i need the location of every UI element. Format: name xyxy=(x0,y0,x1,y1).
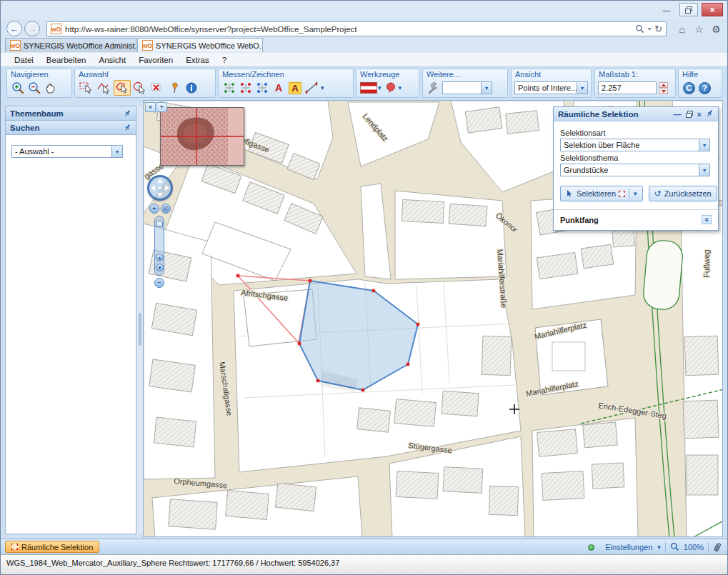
browser-forward-button[interactable]: → xyxy=(24,21,40,36)
copyright-button[interactable]: C xyxy=(683,82,695,94)
dropdown-caret-icon[interactable]: ▾ xyxy=(634,190,637,197)
sidebar-splitter[interactable] xyxy=(137,106,143,534)
pan-south-icon[interactable] xyxy=(157,193,163,197)
select-polygon-tool[interactable] xyxy=(114,80,131,96)
zuruecksetzen-button[interactable]: ↺ Zurücksetzen xyxy=(649,186,717,201)
panel-pin-icon[interactable] xyxy=(706,109,714,119)
window-restore-button[interactable] xyxy=(679,3,698,16)
spinner-down-icon[interactable] xyxy=(659,89,668,94)
measure-point-blue-tool[interactable] xyxy=(254,80,270,96)
search-select-dropdown[interactable]: - Auswahl - ▾ xyxy=(11,145,123,158)
dropdown-caret-icon[interactable]: ▾ xyxy=(577,82,587,94)
menu-bearbeiten[interactable]: Bearbeiten xyxy=(40,54,93,66)
group-label: Werkzeuge xyxy=(356,69,419,79)
panel-header-suchen[interactable]: Suchen xyxy=(6,121,136,135)
pan-hand-tool[interactable] xyxy=(43,80,59,96)
zoom-in-button[interactable]: + xyxy=(149,204,159,214)
search-dropdown-caret-icon[interactable]: ▾ xyxy=(648,26,651,32)
expand-chevron-icon[interactable]: » xyxy=(702,215,712,224)
browser-back-button[interactable]: ← xyxy=(6,21,22,36)
measure-point-red-tool[interactable] xyxy=(238,80,254,96)
selektionsthema-dropdown[interactable]: Grundstücke ▾ xyxy=(560,164,710,176)
paperclip-icon[interactable] xyxy=(713,541,722,552)
pan-center-icon[interactable] xyxy=(159,186,161,189)
url-text[interactable]: http://w-ws-rainer:8080/WebOffice/synser… xyxy=(65,25,632,34)
window-minimize-button[interactable]: — xyxy=(657,3,676,16)
annotation-highlight-tool[interactable]: A xyxy=(287,80,303,96)
spinner-up-icon[interactable] xyxy=(659,82,668,88)
select-line-tool[interactable] xyxy=(96,80,113,96)
menu-extras[interactable]: Extras xyxy=(179,54,216,66)
panel-header-themenbaum[interactable]: Themenbaum xyxy=(6,106,136,121)
select-rectangle-tool[interactable] xyxy=(78,80,95,96)
weitere-dropdown[interactable]: ▾ xyxy=(442,81,492,94)
redlining-balloon-tool[interactable]: ▾ xyxy=(383,80,403,96)
refresh-icon[interactable]: ↻ xyxy=(654,24,662,34)
zoom-slider[interactable]: ▴ ▾ xyxy=(154,216,164,276)
dropdown-caret-icon[interactable]: ▾ xyxy=(321,84,324,91)
selektieren-button[interactable]: Selektieren ▾ xyxy=(560,186,643,201)
clear-selection-tool[interactable] xyxy=(149,80,166,96)
scale-input[interactable] xyxy=(598,81,657,94)
settings-gear-icon[interactable]: ⚙ xyxy=(708,21,724,36)
overview-map[interactable] xyxy=(160,107,244,166)
zoom-level-value[interactable]: 100% xyxy=(684,543,704,551)
map-area[interactable]: Josefigasse gasse Lendplatz Afritschgass… xyxy=(143,100,723,537)
overview-move-button[interactable]: + xyxy=(156,102,167,112)
identify-pin-tool[interactable] xyxy=(167,80,183,96)
measure-point-green-tool[interactable] xyxy=(221,80,237,96)
zoom-out-button[interactable]: − xyxy=(154,278,164,288)
measure-dimension-tool[interactable]: ▾ xyxy=(304,80,325,96)
pan-east-icon[interactable] xyxy=(165,185,169,191)
dropdown-caret-icon[interactable]: ▾ xyxy=(699,139,709,151)
home-icon[interactable]: ⌂ xyxy=(674,21,690,36)
dropdown-caret-icon[interactable]: ▾ xyxy=(399,84,402,91)
selection-rect-icon xyxy=(619,191,625,197)
zoom-step-up-button[interactable]: ▴ xyxy=(156,254,164,261)
zoom-magnifier-icon[interactable] xyxy=(670,542,679,551)
pan-west-icon[interactable] xyxy=(151,185,155,191)
tab-weboffice-client[interactable]: wO SYNERGIS WebOffice WebO... × xyxy=(137,38,263,52)
pan-north-icon[interactable] xyxy=(157,179,163,183)
selektionsart-dropdown[interactable]: Selektion über Fläche ▾ xyxy=(560,139,710,151)
panel-minimize-icon[interactable]: — xyxy=(674,110,682,119)
dropdown-caret-icon[interactable]: ▾ xyxy=(378,84,382,91)
menu-bar: Datei Bearbeiten Ansicht Favoriten Extra… xyxy=(1,52,727,66)
menu-favoriten[interactable]: Favoriten xyxy=(132,54,179,66)
full-extent-button[interactable]: ◎ xyxy=(161,204,171,214)
annotation-text-tool[interactable]: A xyxy=(271,80,286,96)
pin-icon[interactable] xyxy=(124,109,131,117)
info-tool[interactable] xyxy=(184,80,199,96)
dropdown-caret-icon[interactable]: ▾ xyxy=(699,164,709,176)
menu-datei[interactable]: Datei xyxy=(8,54,40,66)
menu-hilfe[interactable]: ? xyxy=(216,54,233,66)
dropdown-caret-icon[interactable]: ▾ xyxy=(111,146,122,157)
tab-weboffice-admin[interactable]: wO SYNERGIS WebOffice Administ... xyxy=(5,38,136,52)
pan-control[interactable] xyxy=(147,175,173,201)
wrench-icon[interactable] xyxy=(426,80,442,96)
dropdown-caret-icon[interactable]: ▾ xyxy=(657,544,661,551)
search-icon[interactable] xyxy=(635,24,644,34)
flag-tool[interactable]: ▾ xyxy=(359,80,382,96)
scale-spinner[interactable] xyxy=(659,82,668,94)
zoom-step-down-button[interactable]: ▾ xyxy=(156,264,164,271)
address-input[interactable]: wO http://w-ws-rainer:8080/WebOffice/syn… xyxy=(46,21,667,36)
pin-icon[interactable] xyxy=(124,124,131,131)
selektionsthema-label: Selektionsthema xyxy=(560,154,712,162)
einstellungen-link[interactable]: Einstellungen xyxy=(605,543,652,551)
menu-ansicht[interactable]: Ansicht xyxy=(92,54,132,66)
dropdown-caret-icon[interactable]: ▾ xyxy=(481,82,492,94)
zoom-out-tool[interactable] xyxy=(26,80,42,96)
panel-close-icon[interactable]: × xyxy=(697,110,702,119)
active-tool-button[interactable]: Räumliche Selektion xyxy=(5,541,99,553)
select-circle-tool[interactable] xyxy=(131,80,149,96)
overview-close-button[interactable]: × xyxy=(145,102,156,112)
panel-restore-icon[interactable] xyxy=(686,111,693,118)
zoom-in-tool[interactable] xyxy=(10,80,26,96)
zoom-slider-handle[interactable] xyxy=(156,221,163,227)
window-close-button[interactable]: × xyxy=(702,3,723,16)
panel-titlebar[interactable]: Räumliche Selektion — × xyxy=(554,107,718,121)
ansicht-dropdown[interactable]: Points of Intere... ▾ xyxy=(514,81,588,94)
help-button[interactable]: ? xyxy=(699,82,711,94)
favorites-star-icon[interactable]: ☆ xyxy=(691,21,707,36)
